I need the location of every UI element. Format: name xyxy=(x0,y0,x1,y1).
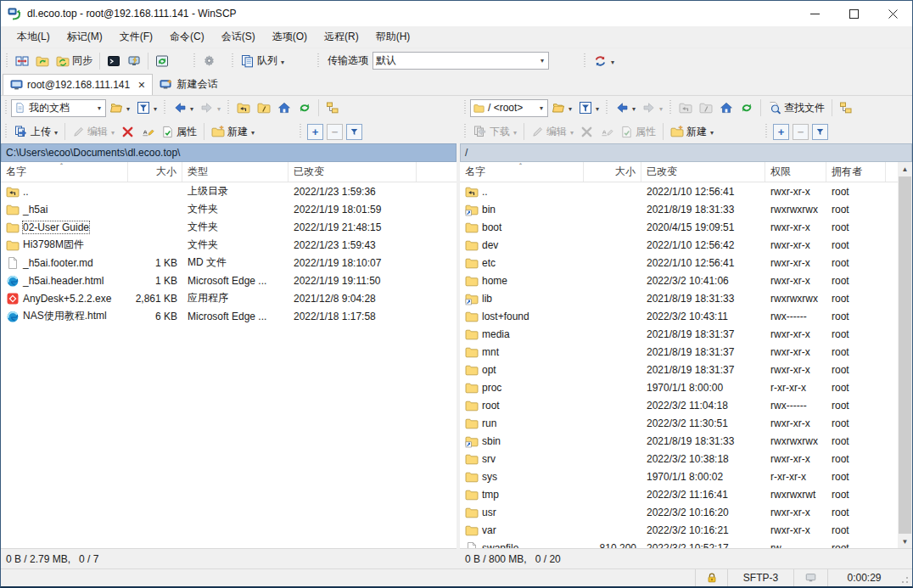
transfer-preset-combo[interactable]: 默认 ▾ xyxy=(372,52,549,70)
preferences-gear-button[interactable] xyxy=(199,52,219,70)
toolbar-grip[interactable] xyxy=(227,100,231,115)
file-row[interactable]: var2022/3/2 10:16:21rwxr-xr-xroot xyxy=(460,521,898,539)
file-row[interactable]: opt2021/8/19 18:31:37rwxr-xr-xroot xyxy=(460,361,898,378)
open-in-putty-button[interactable] xyxy=(124,52,144,70)
menu-item-3[interactable]: 命令(C) xyxy=(162,26,212,48)
file-row[interactable]: usr2022/3/2 10:16:20rwxr-xr-xroot xyxy=(460,503,898,521)
toolbar-grip[interactable] xyxy=(605,100,609,115)
local-selection-filter-button[interactable] xyxy=(346,124,362,140)
column-header-owner[interactable]: 拥有者 xyxy=(826,162,886,182)
remote-forward-button[interactable] xyxy=(639,98,666,117)
file-row[interactable]: _h5ai文件夹2022/1/19 18:01:59 xyxy=(1,200,456,218)
file-row[interactable]: bin2021/8/19 18:31:33rwxrwxrwxroot xyxy=(460,200,898,218)
local-root-directory-button[interactable] xyxy=(254,98,274,117)
local-edit-button[interactable]: 编辑 xyxy=(69,122,118,142)
maximize-button[interactable] xyxy=(834,1,873,26)
remote-root-directory-button[interactable] xyxy=(696,98,716,117)
file-row[interactable]: lost+found2022/3/2 10:43:11rwx------root xyxy=(460,307,898,325)
remote-delete-button[interactable] xyxy=(577,123,597,141)
compare-directories-button[interactable] xyxy=(12,52,32,70)
local-refresh-button[interactable] xyxy=(294,98,315,117)
file-row[interactable]: mnt2021/8/19 18:31:37rwxr-xr-xroot xyxy=(460,343,898,361)
download-button[interactable]: 下载 xyxy=(470,122,520,142)
menu-item-2[interactable]: 文件(F) xyxy=(112,26,160,48)
toolbar-grip[interactable] xyxy=(463,100,468,115)
menu-item-0[interactable]: 本地(L) xyxy=(9,26,58,48)
remote-new-button[interactable]: 新建 xyxy=(667,122,717,142)
close-button[interactable] xyxy=(873,1,912,26)
local-select-add-button[interactable]: + xyxy=(307,124,323,140)
menu-item-4[interactable]: 会话(S) xyxy=(214,26,263,48)
menu-item-7[interactable]: 帮助(H) xyxy=(368,26,418,48)
remote-filter-button[interactable] xyxy=(575,98,602,117)
remote-selection-filter-button[interactable] xyxy=(812,124,828,140)
toolbar-grip[interactable] xyxy=(299,124,303,139)
refresh-session-button[interactable] xyxy=(152,52,172,70)
file-row[interactable]: 02-User Guide文件夹2022/1/19 21:48:15 xyxy=(1,218,456,236)
column-header-size[interactable]: 大小 xyxy=(128,162,182,182)
transfer-settings-button[interactable] xyxy=(590,52,618,70)
local-parent-directory-button[interactable] xyxy=(233,98,254,117)
remote-location-combo[interactable]: / <root> ▾ xyxy=(470,99,548,117)
column-header-perms[interactable]: 权限 xyxy=(765,162,826,182)
local-open-directory-button[interactable] xyxy=(106,98,133,117)
file-row[interactable]: swapfile810,2002022/3/2 10:52:17rw-root xyxy=(460,539,898,548)
remote-path-bar[interactable]: / xyxy=(460,143,912,162)
encryption-lock-icon[interactable] xyxy=(695,569,727,586)
toolbar-grip[interactable] xyxy=(5,53,9,69)
file-row[interactable]: ..2022/1/10 12:56:41rwxr-xr-xroot xyxy=(460,182,898,200)
remote-select-add-button[interactable]: + xyxy=(773,124,789,140)
queue-button[interactable]: 队列 xyxy=(238,51,288,70)
file-row[interactable]: proc1970/1/1 8:00:00r-xr-xr-xroot xyxy=(460,378,898,396)
toolbar-grip[interactable] xyxy=(193,53,197,69)
synchronize-button[interactable]: 同步 xyxy=(53,51,96,70)
synchronize-browsing-button[interactable] xyxy=(32,52,53,70)
remote-refresh-button[interactable] xyxy=(737,98,757,117)
remote-scrollbar[interactable]: ▲ ▼ xyxy=(898,162,912,548)
scroll-down-icon[interactable]: ▼ xyxy=(898,535,912,548)
connection-icon[interactable] xyxy=(793,569,827,586)
tab-close-icon[interactable]: ✕ xyxy=(137,80,145,91)
remote-back-button[interactable] xyxy=(612,98,639,117)
toolbar-grip[interactable] xyxy=(163,100,167,115)
local-home-button[interactable] xyxy=(274,98,294,117)
column-header-type[interactable]: 类型 xyxy=(182,162,288,182)
remote-edit-button[interactable]: 编辑 xyxy=(528,122,577,142)
scroll-up-icon[interactable]: ▲ xyxy=(898,162,912,176)
minimize-button[interactable] xyxy=(795,1,834,26)
toolbar-grip[interactable] xyxy=(4,124,8,139)
menu-item-6[interactable]: 远程(R) xyxy=(316,26,367,48)
toolbar-grip[interactable] xyxy=(765,124,769,139)
file-row[interactable]: AnyDesk+5.2.2.exe2,861 KB应用程序2021/12/8 9… xyxy=(1,289,456,307)
local-select-remove-button[interactable]: − xyxy=(327,124,343,140)
file-row[interactable]: NAS使用教程.html6 KBMicrosoft Edge ...2022/1… xyxy=(1,307,456,325)
file-row[interactable]: home2022/3/2 10:41:06rwxr-xr-xroot xyxy=(460,272,898,289)
file-row[interactable]: sys1970/1/1 8:00:02r-xr-xr-xroot xyxy=(460,468,898,485)
column-header-name[interactable]: 名字ˆ xyxy=(1,162,128,182)
remote-home-button[interactable] xyxy=(716,98,737,117)
column-header-changed[interactable]: 已改变 xyxy=(641,162,765,182)
file-row[interactable]: etc2022/1/10 12:56:41rwxr-xr-xroot xyxy=(460,254,898,272)
toolbar-grip[interactable] xyxy=(463,124,468,139)
file-row[interactable]: run2022/3/2 11:30:51rwxr-xr-xroot xyxy=(460,414,898,432)
menu-item-1[interactable]: 标记(M) xyxy=(59,26,110,48)
scrollbar-thumb[interactable] xyxy=(898,176,912,535)
file-row[interactable]: srv2022/3/2 10:38:18rwxr-xr-xroot xyxy=(460,450,898,468)
remote-select-remove-button[interactable]: − xyxy=(793,124,809,140)
file-row[interactable]: tmp2022/3/2 11:16:41rwxrwxrwtroot xyxy=(460,485,898,503)
file-row[interactable]: sbin2021/8/19 18:31:33rwxrwxrwxroot xyxy=(460,432,898,450)
find-files-button[interactable]: 查找文件 xyxy=(765,98,828,118)
open-console-button[interactable] xyxy=(104,52,124,70)
remote-open-directory-button[interactable] xyxy=(548,98,575,117)
local-path-bar[interactable]: C:\Users\ecoo\Documents\dl.ecoo.top\ xyxy=(1,143,456,162)
column-header-name[interactable]: 名字ˆ xyxy=(460,162,584,182)
file-row[interactable]: lib2021/8/19 18:31:33rwxrwxrwxroot xyxy=(460,289,898,307)
local-properties-button[interactable]: 属性 xyxy=(158,122,200,142)
file-row[interactable]: boot2020/4/15 19:09:51rwxr-xr-xroot xyxy=(460,218,898,236)
remote-properties-button[interactable]: 属性 xyxy=(617,122,659,142)
toolbar-grip[interactable] xyxy=(669,100,673,115)
file-row[interactable]: _h5ai.header.html1 KBMicrosoft Edge ...2… xyxy=(1,272,456,289)
local-new-button[interactable]: 新建 xyxy=(208,122,258,142)
toolbar-grip[interactable] xyxy=(4,100,8,115)
local-back-button[interactable] xyxy=(170,98,197,117)
